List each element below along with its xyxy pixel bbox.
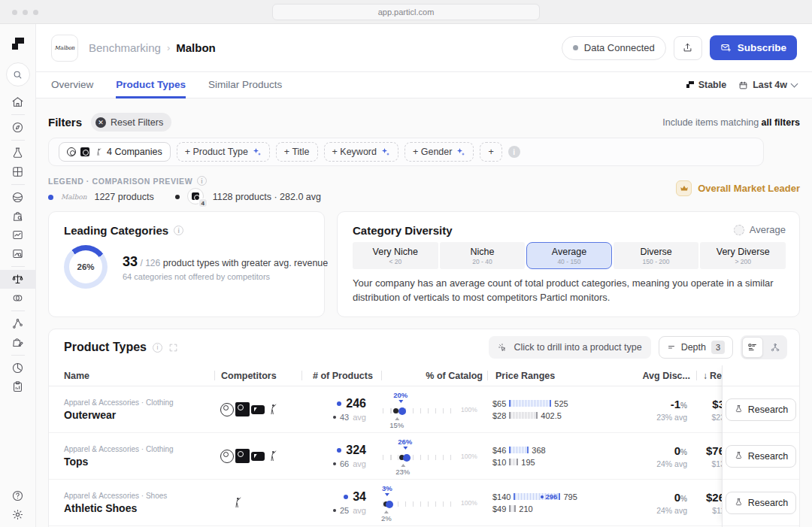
table-row[interactable]: Apparel & Accessories · Clothing Outerwe… (49, 386, 799, 433)
competitors-series-dot (175, 195, 180, 199)
sidebar-item-bag-edit[interactable] (0, 333, 36, 352)
breadcrumb-section[interactable]: Benchmarking (89, 41, 161, 54)
app-window: app.particl.com (0, 0, 812, 527)
search-icon (13, 70, 23, 80)
share-button[interactable] (674, 36, 702, 60)
table-row[interactable]: Apparel & Accessories · Clothing Tops 32… (49, 433, 799, 480)
companies-filter-chip[interactable]: 4 Companies (59, 142, 171, 162)
column-header-price[interactable]: Price Ranges (488, 371, 636, 381)
upload-icon (682, 42, 693, 53)
diversity-status: Average (734, 224, 786, 235)
add-filter-chip[interactable]: + (480, 142, 501, 162)
depth-selector[interactable]: Depth 3 (659, 336, 733, 359)
chart-frame-icon (11, 229, 24, 241)
leading-count: 33 (123, 254, 138, 269)
segment-very-niche[interactable]: Very Niche< 20 (353, 242, 438, 269)
tree-view-button[interactable] (765, 337, 786, 358)
stability-indicator[interactable]: Stable (686, 80, 727, 90)
address-bar[interactable]: app.particl.com (272, 4, 540, 20)
leading-categories-title: Leading Categories (64, 224, 168, 237)
add-title-filter-chip[interactable]: + Title (276, 142, 318, 162)
flask-icon (11, 147, 24, 159)
scales-icon (11, 273, 24, 286)
help-icon (11, 489, 24, 502)
tab-overview[interactable]: Overview (51, 72, 93, 98)
sidebar-item-explore[interactable] (0, 118, 36, 137)
subscribe-button[interactable]: Subscribe (710, 35, 797, 60)
competitor-avatars[interactable]: 4 (187, 188, 205, 206)
table-icon (11, 165, 24, 178)
row-competitor-logos (214, 449, 301, 463)
particl-logo-icon[interactable] (11, 36, 26, 51)
competitor-logo-square (80, 147, 89, 156)
filter-match-mode[interactable]: Include items matching all filters (662, 117, 800, 128)
research-sticky-column: Research Research Research (722, 365, 799, 527)
donut-percent-label: 26% (77, 262, 94, 271)
home-icon (11, 95, 24, 108)
bag-edit-icon (11, 336, 24, 349)
reset-filters-button[interactable]: ✕Reset Filters (91, 113, 171, 132)
sidebar-item-benchmarking[interactable] (0, 270, 36, 289)
bag-search-icon (11, 210, 24, 223)
expand-icon[interactable] (168, 343, 178, 353)
research-button[interactable]: Research (726, 445, 797, 468)
column-header-products[interactable]: # of Products (302, 371, 381, 381)
info-icon[interactable]: i (153, 343, 162, 353)
sidebar-item-lab[interactable] (0, 144, 36, 162)
depth-lines-icon (667, 343, 676, 352)
sidebar-item-table[interactable] (0, 162, 36, 181)
competitor-count-badge: 4 (198, 198, 208, 207)
column-header-catalog[interactable]: % of Catalog (382, 371, 487, 381)
sidebar-item-home[interactable] (0, 92, 36, 111)
list-view-button[interactable] (742, 337, 763, 358)
info-icon[interactable]: i (174, 226, 183, 235)
leading-categories-donut: 26% (64, 245, 108, 289)
category-diversity-title: Category Diversity (353, 224, 453, 237)
research-button[interactable]: Research (726, 492, 797, 514)
column-header-competitors[interactable]: Competitors (215, 371, 301, 381)
sidebar-item-settings[interactable] (0, 505, 36, 524)
sidebar-item-pie[interactable] (0, 359, 36, 377)
breadcrumb-separator: › (167, 42, 170, 53)
column-header-discount[interactable]: Avg Disc... (636, 371, 690, 381)
click-cursor-icon (498, 343, 508, 353)
sidebar-item-compare[interactable] (0, 289, 36, 307)
add-gender-filter-chip[interactable]: + Gender (404, 142, 474, 162)
sidebar-item-clipboard[interactable] (0, 377, 36, 396)
table-row[interactable]: Apparel & Accessories · Shoes Athletic S… (49, 480, 799, 526)
segment-very-diverse[interactable]: Very Diverse> 200 (700, 242, 786, 269)
sidebar-item-image-search[interactable] (0, 244, 36, 263)
sidebar-item-store-search[interactable] (0, 207, 36, 226)
company-logo[interactable]: Malbon (51, 35, 78, 62)
data-connected-badge[interactable]: Data Connected (562, 36, 666, 60)
sidebar-search-button[interactable] (6, 62, 30, 86)
sidebar (0, 24, 36, 527)
sidebar-item-charts[interactable] (0, 226, 36, 244)
research-button[interactable]: Research (726, 398, 797, 421)
segment-diverse[interactable]: Diverse150 - 200 (614, 242, 699, 269)
row-name: Athletic Shoes (64, 502, 214, 514)
products-count: 246 (346, 397, 366, 410)
add-keyword-filter-chip[interactable]: + Keyword (324, 142, 398, 162)
market-leader-badge[interactable]: Overall Market Leader (676, 180, 800, 196)
segment-niche[interactable]: Niche20 - 40 (440, 242, 526, 269)
tab-similar-products[interactable]: Similar Products (208, 72, 282, 98)
column-header-name[interactable]: Name (64, 371, 214, 381)
sidebar-item-help[interactable] (0, 486, 36, 505)
row-name: Tops (64, 456, 214, 468)
stability-icon (686, 81, 694, 89)
flask-icon (734, 498, 744, 507)
sidebar-item-globe[interactable] (0, 188, 36, 207)
compass-icon (11, 121, 24, 134)
filters-info-icon[interactable]: i (508, 146, 520, 158)
window-control-dots[interactable] (12, 10, 38, 15)
tab-product-types[interactable]: Product Types (116, 72, 186, 98)
product-types-title: Product Types (64, 341, 147, 354)
segment-average[interactable]: Average40 - 150 (526, 242, 612, 269)
competitors-products-count: 1128 products · 282.0 avg (213, 192, 321, 202)
sidebar-item-hierarchy[interactable] (0, 314, 36, 333)
info-icon[interactable]: i (197, 176, 207, 186)
date-range-selector[interactable]: Last 4w (738, 80, 797, 90)
catalog-share-slider: 26% 100% 23% (380, 437, 479, 476)
add-product-type-filter-chip[interactable]: + Product Type (177, 142, 270, 162)
